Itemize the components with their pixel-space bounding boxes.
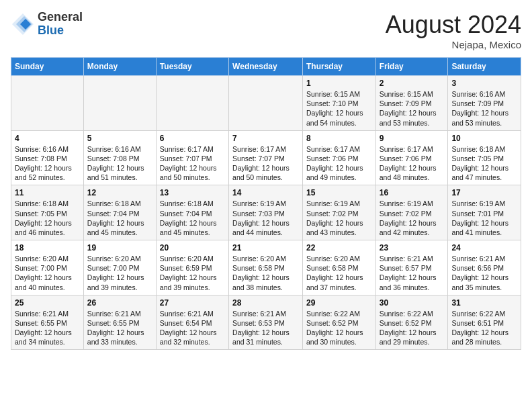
day-number: 5 xyxy=(87,134,152,143)
day-number: 27 xyxy=(160,298,225,308)
day-number: 17 xyxy=(451,188,517,197)
day-number: 7 xyxy=(232,134,299,143)
calendar-day-cell: 28Sunrise: 6:21 AMSunset: 6:53 PMDayligh… xyxy=(229,295,303,350)
location-subtitle: Nejapa, Mexico xyxy=(386,39,521,50)
day-info: Sunrise: 6:19 AMSunset: 7:02 PMDaylight:… xyxy=(306,199,372,237)
day-info: Sunrise: 6:20 AMSunset: 7:00 PMDaylight:… xyxy=(15,254,80,292)
day-number: 10 xyxy=(451,134,517,143)
day-info: Sunrise: 6:22 AMSunset: 6:52 PMDaylight:… xyxy=(380,309,445,347)
page-header: General Blue August 2024 Nejapa, Mexico xyxy=(11,11,521,50)
day-info: Sunrise: 6:22 AMSunset: 6:52 PMDaylight:… xyxy=(306,309,372,347)
day-of-week-header: Saturday xyxy=(448,58,521,76)
day-of-week-header: Thursday xyxy=(302,58,375,76)
day-number: 25 xyxy=(15,298,80,308)
day-number: 23 xyxy=(380,243,445,253)
day-number: 29 xyxy=(306,298,372,308)
day-number: 30 xyxy=(380,298,445,308)
calendar-day-cell: 29Sunrise: 6:22 AMSunset: 6:52 PMDayligh… xyxy=(302,295,375,350)
calendar-day-cell: 13Sunrise: 6:18 AMSunset: 7:04 PMDayligh… xyxy=(156,185,228,240)
day-number: 16 xyxy=(380,188,445,197)
calendar-table: SundayMondayTuesdayWednesdayThursdayFrid… xyxy=(11,57,521,350)
calendar-day-cell: 20Sunrise: 6:20 AMSunset: 6:59 PMDayligh… xyxy=(156,240,228,295)
calendar-header: SundayMondayTuesdayWednesdayThursdayFrid… xyxy=(11,58,521,76)
day-info: Sunrise: 6:20 AMSunset: 6:59 PMDaylight:… xyxy=(160,254,225,292)
calendar-week-row: 25Sunrise: 6:21 AMSunset: 6:55 PMDayligh… xyxy=(11,295,521,350)
day-info: Sunrise: 6:21 AMSunset: 6:54 PMDaylight:… xyxy=(160,309,225,347)
month-year-title: August 2024 xyxy=(386,11,521,39)
calendar-day-cell: 24Sunrise: 6:21 AMSunset: 6:56 PMDayligh… xyxy=(448,240,521,295)
day-info: Sunrise: 6:19 AMSunset: 7:03 PMDaylight:… xyxy=(232,199,299,237)
calendar-day-cell: 17Sunrise: 6:19 AMSunset: 7:01 PMDayligh… xyxy=(448,185,521,240)
calendar-day-cell: 31Sunrise: 6:22 AMSunset: 6:51 PMDayligh… xyxy=(448,295,521,350)
calendar-day-cell: 11Sunrise: 6:18 AMSunset: 7:05 PMDayligh… xyxy=(11,185,84,240)
calendar-week-row: 4Sunrise: 6:16 AMSunset: 7:08 PMDaylight… xyxy=(11,130,521,185)
calendar-day-cell: 19Sunrise: 6:20 AMSunset: 7:00 PMDayligh… xyxy=(83,240,156,295)
day-info: Sunrise: 6:20 AMSunset: 6:58 PMDaylight:… xyxy=(306,254,372,292)
day-info: Sunrise: 6:20 AMSunset: 7:00 PMDaylight:… xyxy=(87,254,152,292)
calendar-day-cell: 1Sunrise: 6:15 AMSunset: 7:10 PMDaylight… xyxy=(302,76,375,131)
day-number: 8 xyxy=(306,134,372,143)
calendar-day-cell xyxy=(11,76,84,131)
day-number: 31 xyxy=(451,298,517,308)
day-number: 3 xyxy=(451,79,517,88)
day-of-week-header: Sunday xyxy=(11,58,84,76)
calendar-day-cell: 14Sunrise: 6:19 AMSunset: 7:03 PMDayligh… xyxy=(229,185,303,240)
day-number: 15 xyxy=(306,188,372,197)
calendar-day-cell: 26Sunrise: 6:21 AMSunset: 6:55 PMDayligh… xyxy=(83,295,156,350)
day-number: 26 xyxy=(87,298,152,308)
calendar-day-cell: 16Sunrise: 6:19 AMSunset: 7:02 PMDayligh… xyxy=(375,185,448,240)
day-number: 13 xyxy=(160,188,225,197)
day-info: Sunrise: 6:16 AMSunset: 7:08 PMDaylight:… xyxy=(15,144,80,183)
day-info: Sunrise: 6:21 AMSunset: 6:56 PMDaylight:… xyxy=(451,254,517,292)
days-of-week-row: SundayMondayTuesdayWednesdayThursdayFrid… xyxy=(11,58,521,76)
calendar-day-cell: 21Sunrise: 6:20 AMSunset: 6:58 PMDayligh… xyxy=(229,240,303,295)
calendar-day-cell: 3Sunrise: 6:16 AMSunset: 7:09 PMDaylight… xyxy=(448,76,521,131)
day-of-week-header: Monday xyxy=(83,58,156,76)
day-number: 18 xyxy=(15,243,80,253)
day-number: 21 xyxy=(232,243,299,253)
day-number: 28 xyxy=(232,298,299,308)
day-info: Sunrise: 6:22 AMSunset: 6:51 PMDaylight:… xyxy=(451,309,517,347)
day-info: Sunrise: 6:15 AMSunset: 7:09 PMDaylight:… xyxy=(380,89,445,128)
day-info: Sunrise: 6:16 AMSunset: 7:09 PMDaylight:… xyxy=(451,89,517,128)
calendar-day-cell: 30Sunrise: 6:22 AMSunset: 6:52 PMDayligh… xyxy=(375,295,448,350)
day-number: 2 xyxy=(380,79,445,88)
title-block: August 2024 Nejapa, Mexico xyxy=(386,11,521,50)
calendar-body: 1Sunrise: 6:15 AMSunset: 7:10 PMDaylight… xyxy=(11,76,521,350)
day-of-week-header: Friday xyxy=(375,58,448,76)
day-info: Sunrise: 6:21 AMSunset: 6:55 PMDaylight:… xyxy=(87,309,152,347)
logo: General Blue xyxy=(11,11,83,38)
day-info: Sunrise: 6:15 AMSunset: 7:10 PMDaylight:… xyxy=(306,89,372,128)
day-info: Sunrise: 6:21 AMSunset: 6:53 PMDaylight:… xyxy=(232,309,299,347)
day-info: Sunrise: 6:17 AMSunset: 7:06 PMDaylight:… xyxy=(380,144,445,183)
logo-icon xyxy=(11,12,35,36)
day-info: Sunrise: 6:21 AMSunset: 6:57 PMDaylight:… xyxy=(380,254,445,292)
calendar-day-cell: 7Sunrise: 6:17 AMSunset: 7:07 PMDaylight… xyxy=(229,130,303,185)
calendar-day-cell: 2Sunrise: 6:15 AMSunset: 7:09 PMDaylight… xyxy=(375,76,448,131)
calendar-day-cell xyxy=(229,76,303,131)
calendar-day-cell xyxy=(83,76,156,131)
calendar-day-cell: 4Sunrise: 6:16 AMSunset: 7:08 PMDaylight… xyxy=(11,130,84,185)
day-number: 22 xyxy=(306,243,372,253)
day-number: 9 xyxy=(380,134,445,143)
day-info: Sunrise: 6:19 AMSunset: 7:02 PMDaylight:… xyxy=(380,199,445,237)
calendar-day-cell: 5Sunrise: 6:16 AMSunset: 7:08 PMDaylight… xyxy=(83,130,156,185)
calendar-day-cell: 23Sunrise: 6:21 AMSunset: 6:57 PMDayligh… xyxy=(375,240,448,295)
day-info: Sunrise: 6:20 AMSunset: 6:58 PMDaylight:… xyxy=(232,254,299,292)
day-info: Sunrise: 6:18 AMSunset: 7:05 PMDaylight:… xyxy=(15,199,80,237)
day-of-week-header: Tuesday xyxy=(156,58,228,76)
calendar-day-cell: 6Sunrise: 6:17 AMSunset: 7:07 PMDaylight… xyxy=(156,130,228,185)
calendar-day-cell: 10Sunrise: 6:18 AMSunset: 7:05 PMDayligh… xyxy=(448,130,521,185)
day-number: 19 xyxy=(87,243,152,253)
day-number: 24 xyxy=(451,243,517,253)
logo-general-text: General xyxy=(38,11,83,24)
calendar-day-cell: 27Sunrise: 6:21 AMSunset: 6:54 PMDayligh… xyxy=(156,295,228,350)
day-info: Sunrise: 6:16 AMSunset: 7:08 PMDaylight:… xyxy=(87,144,152,183)
day-number: 14 xyxy=(232,188,299,197)
calendar-day-cell: 9Sunrise: 6:17 AMSunset: 7:06 PMDaylight… xyxy=(375,130,448,185)
logo-blue-text: Blue xyxy=(38,24,83,38)
calendar-day-cell xyxy=(156,76,228,131)
day-of-week-header: Wednesday xyxy=(229,58,303,76)
day-info: Sunrise: 6:18 AMSunset: 7:04 PMDaylight:… xyxy=(87,199,152,237)
calendar-day-cell: 25Sunrise: 6:21 AMSunset: 6:55 PMDayligh… xyxy=(11,295,84,350)
